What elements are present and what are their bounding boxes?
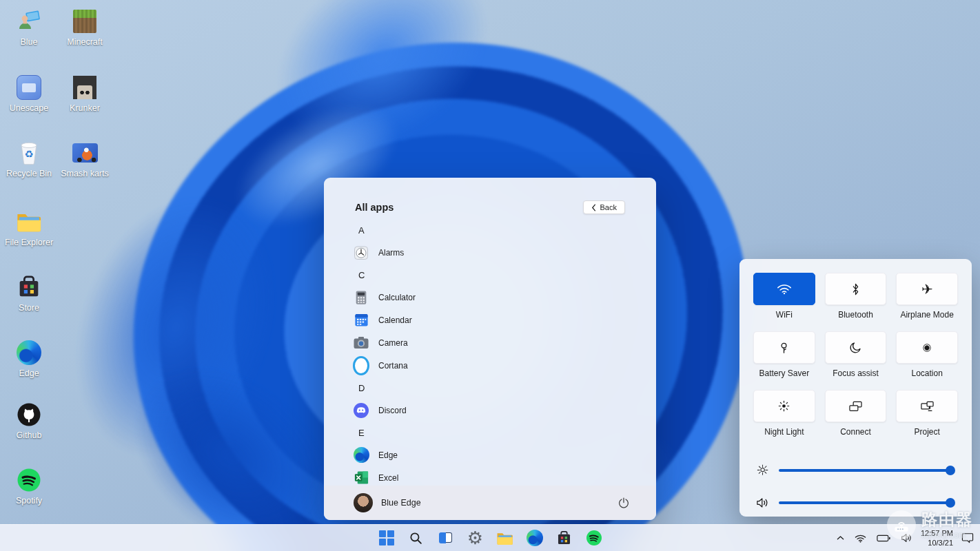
night-light-tile[interactable] <box>753 390 815 422</box>
tray-wifi-button[interactable] <box>853 532 868 545</box>
calculator-icon <box>353 289 369 306</box>
store-icon <box>556 530 572 546</box>
app-item-edge[interactable]: Edge <box>353 444 642 466</box>
discord-icon <box>353 402 369 419</box>
night-light-icon <box>778 400 790 412</box>
desktop-icon-edge[interactable]: Edge <box>1 340 57 379</box>
edge-button[interactable] <box>524 528 545 548</box>
desktop-icon-blue[interactable]: Blue <box>1 8 57 48</box>
github-icon <box>16 402 42 428</box>
brightness-slider-knob[interactable] <box>946 466 955 475</box>
all-apps-list[interactable]: A Alarms C Calculator Calendar <box>353 219 642 486</box>
start-menu-all-apps: All apps Back A Alarms C Calculator <box>324 178 656 520</box>
settings-button[interactable]: ⚙ <box>465 528 486 548</box>
desktop-icon-github[interactable]: Github <box>1 402 57 441</box>
brightness-slider[interactable] <box>779 469 954 472</box>
letter-header-d[interactable]: D <box>353 377 642 399</box>
desktop-icon-krunker[interactable]: Krunker <box>57 74 112 114</box>
project-icon <box>921 401 934 412</box>
focus-assist-tile[interactable] <box>825 331 887 364</box>
tray-volume-button[interactable] <box>899 531 915 545</box>
edge-icon <box>527 530 543 546</box>
airplane-icon: ✈ <box>921 282 933 296</box>
desktop: Blue Minecraft Unescape Krunker ♻ Recycl… <box>0 0 980 551</box>
letter-header-c[interactable]: C <box>353 264 642 286</box>
app-item-discord[interactable]: Discord <box>353 399 642 422</box>
connect-icon <box>849 401 862 412</box>
file-explorer-button[interactable] <box>495 528 515 548</box>
wifi-tile[interactable] <box>753 273 815 305</box>
spotify-icon <box>16 467 42 493</box>
store-button[interactable] <box>554 528 575 548</box>
taskbar-center: ⚙ <box>0 525 980 551</box>
system-tray: 12:57 PM 10/3/21 <box>835 525 976 551</box>
start-button[interactable] <box>376 528 397 548</box>
airplane-mode-tile[interactable]: ✈ <box>896 273 958 305</box>
store-icon <box>16 274 42 300</box>
letter-header-a[interactable]: A <box>353 219 642 241</box>
battery-saver-icon <box>779 342 789 354</box>
battery-saver-tile[interactable] <box>753 331 815 364</box>
bluetooth-icon <box>852 283 859 295</box>
project-tile[interactable] <box>896 390 958 422</box>
quick-setting-night-light: Night Light <box>753 390 815 437</box>
location-tile[interactable]: ◉ <box>896 331 958 364</box>
clock[interactable]: 12:57 PM 10/3/21 <box>921 528 953 548</box>
smash-karts-icon <box>72 140 98 166</box>
task-view-button[interactable] <box>436 528 456 548</box>
folder-icon <box>496 531 513 545</box>
back-button[interactable]: Back <box>583 200 625 214</box>
brightness-slider-row: ☼ <box>739 461 972 479</box>
task-view-icon <box>439 532 452 543</box>
clock-date: 10/3/21 <box>921 538 953 548</box>
volume-icon <box>756 497 769 508</box>
tray-expand-button[interactable] <box>835 533 846 543</box>
desktop-icon-unescape[interactable]: Unescape <box>1 74 57 114</box>
volume-slider-row <box>739 494 972 512</box>
app-item-calendar[interactable]: Calendar <box>353 309 642 331</box>
volume-slider[interactable] <box>779 501 954 504</box>
app-item-alarms[interactable]: Alarms <box>353 241 642 264</box>
search-button[interactable] <box>406 528 427 548</box>
quick-setting-focus-assist: Focus assist <box>825 331 887 378</box>
quick-setting-location: ◉ Location <box>896 331 958 378</box>
volume-slider-knob[interactable] <box>946 498 955 508</box>
desktop-icon-file-explorer[interactable]: File Explorer <box>1 209 57 248</box>
start-menu-header: All apps Back <box>355 200 625 214</box>
app-item-camera[interactable]: Camera <box>353 331 642 354</box>
desktop-icon-smash-karts[interactable]: Smash karts <box>57 140 112 179</box>
speaker-icon <box>901 533 912 543</box>
all-apps-title: All apps <box>355 202 394 213</box>
spotify-button[interactable] <box>584 528 604 548</box>
desktop-icon-label: Blue <box>1 37 57 48</box>
user-avatar[interactable] <box>354 493 373 512</box>
unescape-icon <box>16 74 42 101</box>
desktop-icon-recycle-bin[interactable]: ♻ Recycle Bin <box>1 140 57 179</box>
wifi-icon <box>855 534 866 543</box>
brightness-icon: ☼ <box>756 464 769 478</box>
connect-tile[interactable] <box>825 390 887 422</box>
quick-settings-panel: WiFi Bluetooth ✈ Airplane Mode Battery S… <box>739 259 972 517</box>
user-name[interactable]: Blue Edge <box>381 498 421 508</box>
notifications-button[interactable] <box>959 530 976 545</box>
focus-assist-icon <box>850 342 861 353</box>
svg-text:♻: ♻ <box>24 148 33 160</box>
tray-battery-button[interactable] <box>875 532 892 544</box>
desktop-icon-spotify[interactable]: Spotify <box>1 467 57 506</box>
clock-time: 12:57 PM <box>921 528 953 538</box>
app-item-calculator[interactable]: Calculator <box>353 286 642 309</box>
app-item-excel[interactable]: Excel <box>353 466 642 486</box>
battery-icon <box>877 534 890 542</box>
quick-setting-bluetooth: Bluetooth <box>825 273 887 320</box>
bluetooth-tile[interactable] <box>825 273 887 305</box>
app-item-cortana[interactable]: Cortana <box>353 354 642 377</box>
desktop-icon-minecraft[interactable]: Minecraft <box>57 8 112 48</box>
letter-header-e[interactable]: E <box>353 422 642 444</box>
quick-setting-battery-saver: Battery Saver <box>753 331 815 378</box>
desktop-icon-store[interactable]: Store <box>1 274 57 313</box>
power-button[interactable] <box>615 494 633 512</box>
wifi-icon <box>777 283 792 295</box>
start-menu-footer: Blue Edge <box>324 486 656 520</box>
camera-icon <box>353 335 369 351</box>
calendar-icon <box>353 312 369 329</box>
